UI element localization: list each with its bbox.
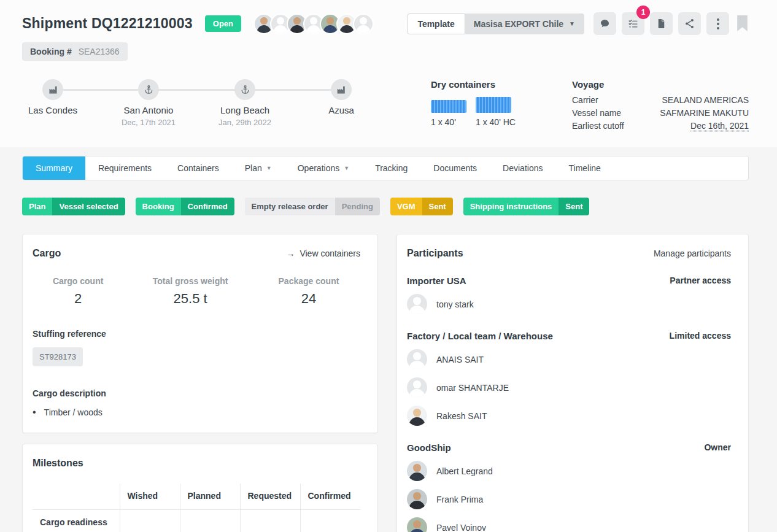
tab-tracking[interactable]: Tracking [362,156,420,180]
list-item[interactable]: Rakesh SAIT [407,406,731,426]
voyage-value: SEALAND AMERICAS [662,94,749,107]
more-options-button[interactable] [706,12,729,35]
voyage-label: Earliest cutoff [572,120,624,133]
cargo-description-label: Cargo description [33,388,360,398]
route-stop-origin: Las Condes [28,79,77,118]
tab-containers[interactable]: Containers [164,156,232,180]
factory-icon [48,85,58,95]
list-item[interactable]: Albert Legrand [407,461,731,481]
tasks-button[interactable]: 1 [622,12,644,35]
status-badge-plan[interactable]: Plan Vessel selected [22,198,125,215]
participant-group-importer: Importer USA Partner access [407,276,731,286]
route-stop-name: San Antonio [124,105,174,115]
container-item: 1 x 40' HC [476,97,516,127]
template-button[interactable]: Template [407,13,465,34]
status-badge-shipping-instructions[interactable]: Shipping instructions Sent [463,198,590,215]
page-title: Shipment DQ1221210003 [22,15,193,32]
status-badge-vgm[interactable]: VGM Sent [390,198,453,215]
tab-timeline[interactable]: Timeline [555,156,613,180]
comments-button[interactable] [593,12,616,35]
voyage-title: Voyage [572,79,749,90]
route-timeline: Las Condes San Antonio Dec, 17th 2021 [22,79,390,129]
container-item: 1 x 40' [431,100,466,127]
route-stop-date: Dec, 17th 2021 [122,118,176,127]
container-label: 1 x 40' HC [476,117,516,127]
share-button[interactable] [678,12,701,35]
chevron-down-icon: ▼ [344,165,349,171]
milestones-table: Wished Planned Requested Confirmed Cargo… [33,484,360,532]
kebab-icon [717,18,719,29]
status-badge: Open [205,15,241,32]
cargo-card: Cargo → View containers Cargo count 2 To… [22,234,378,433]
milestones-card: Milestones Wished Planned Requested Conf… [22,444,378,532]
template-select-value: Masisa EXPORT Chile [474,19,563,29]
tab-deviations[interactable]: Deviations [490,156,555,180]
access-level: Owner [704,442,731,453]
chevron-down-icon: ▼ [266,165,272,171]
document-icon [655,18,667,29]
arrow-right-icon: → [286,249,295,258]
manage-participants-link[interactable]: Manage participants [654,249,731,258]
voyage-value: SAFMARINE MAKUTU [660,107,749,120]
booking-value: SEA21366 [79,47,120,56]
dry-containers-panel: Dry containers 1 x 40' 1 x 40' HC [431,79,560,133]
container-label: 1 x 40' [431,117,466,127]
table-row: Cargo readiness [33,509,360,532]
cargo-card-title: Cargo [33,248,61,259]
tab-summary[interactable]: Summary [23,156,85,180]
checklist-icon [627,18,639,29]
access-level: Limited access [670,331,731,341]
voyage-label: Vessel name [572,107,621,120]
column-planned: Planned [180,484,240,509]
avatar [407,294,427,314]
column-requested: Requested [240,484,300,509]
route-stop-date: Jan, 29th 2022 [218,118,271,127]
list-item[interactable]: tony stark [407,294,731,314]
route-stop-name: Las Condes [28,105,77,115]
tab-documents[interactable]: Documents [420,156,490,180]
list-item[interactable]: Frank Prima [407,489,731,509]
chevron-down-icon: ▼ [569,20,575,27]
list-item[interactable]: Pavel Voinov [407,517,731,532]
milestones-card-title: Milestones [33,458,360,469]
voyage-label: Carrier [572,94,598,107]
voyage-value[interactable]: Dec 16th, 2021 [690,120,749,133]
shipment-header: Shipment DQ1221210003 Open Template Masi… [0,0,777,147]
documents-button[interactable] [650,12,673,35]
tab-plan[interactable]: Plan▼ [232,156,285,180]
view-containers-link[interactable]: → View containers [286,249,360,258]
column-wished: Wished [120,484,180,509]
participants-card: Participants Manage participants Importe… [396,234,749,532]
avatar[interactable] [353,13,374,34]
bullet-icon: • [33,407,36,418]
column-confirmed: Confirmed [300,484,360,509]
status-badge-booking[interactable]: Booking Confirmed [136,198,234,215]
tab-requirements[interactable]: Requirements [85,156,164,180]
avatar [407,461,427,481]
anchor-icon [240,85,250,95]
list-item[interactable]: ANAIS SAIT [407,349,731,369]
cargo-description-item: • Timber / woods [33,407,360,418]
container-40-icon [431,100,466,113]
avatar [407,489,427,509]
route-stop-pol: San Antonio Dec, 17th 2021 [122,79,176,127]
voyage-row-cutoff: Earliest cutoff Dec 16th, 2021 [572,120,749,133]
participant-group-owner: GoodShip Owner [407,442,731,453]
list-item[interactable]: omar SHANTARJE [407,377,731,398]
status-badge-empty-release-order[interactable]: Empty release order Pending [245,198,380,215]
bookmark-button[interactable] [736,15,749,32]
stat-total-gross-weight: Total gross weight 25.5 t [123,276,257,307]
notification-badge: 1 [636,6,650,19]
route-stop-name: Azusa [328,105,354,115]
container-40hc-icon [476,97,511,113]
header-avatar-group[interactable] [253,13,374,34]
avatar [407,406,427,426]
workflow-status-row: Plan Vessel selected Booking Confirmed E… [22,198,749,215]
access-level: Partner access [670,276,731,286]
tab-operations[interactable]: Operations▼ [285,156,362,180]
avatar [407,517,427,532]
voyage-row-carrier: Carrier SEALAND AMERICAS [572,94,749,107]
stuffing-reference-label: Stuffing reference [33,329,360,339]
template-select[interactable]: Masisa EXPORT Chile ▼ [465,13,584,34]
participants-card-title: Participants [407,248,463,259]
